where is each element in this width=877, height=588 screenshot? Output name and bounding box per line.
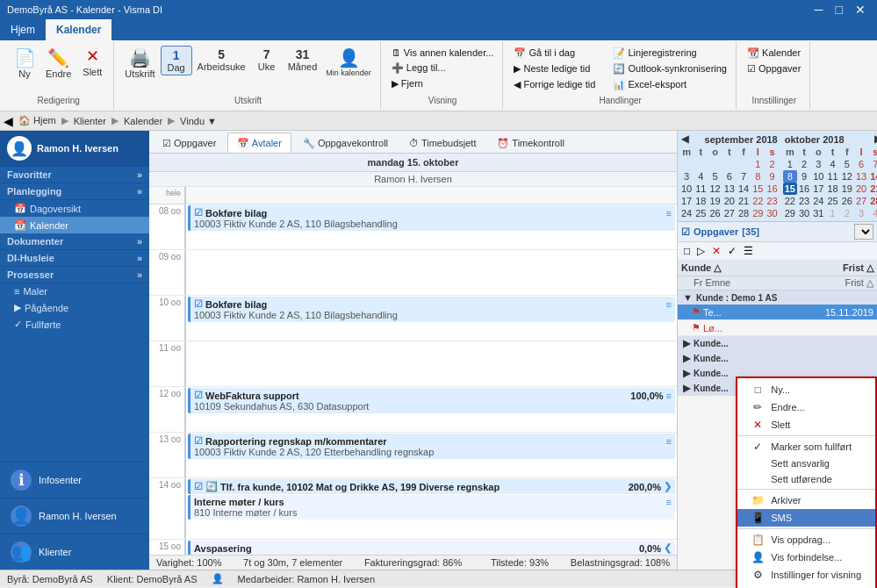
sep-td[interactable]: 2 <box>766 158 780 170</box>
tasks-dropdown[interactable] <box>854 224 873 240</box>
ctx-tilpasning[interactable]: Tilpasning ▶ <box>737 584 875 588</box>
tab-oppgaver[interactable]: ☑ Oppgaver <box>153 133 226 153</box>
okt-td[interactable]: 30 <box>797 207 811 219</box>
okt-td[interactable]: 24 <box>811 195 825 207</box>
okt-td[interactable]: 4 <box>826 158 840 170</box>
nav-kalender[interactable]: Kalender <box>120 115 166 127</box>
event-tlf-fra-kunde[interactable]: ☑ 🔄 Tlf. fra kunde, 10102 Mat og Drikke … <box>188 479 675 494</box>
sep-td[interactable]: 28 <box>737 207 751 219</box>
ctx-vis-oppdrag[interactable]: 📋 Vis oppdrag... <box>737 531 875 549</box>
neste-ledige-btn[interactable]: ▶ Neste ledige tid <box>510 61 599 76</box>
sep-td[interactable]: 10 <box>679 183 694 195</box>
ctx-innstillinger-visning[interactable]: ⚙ Instillinger for visning <box>737 566 875 584</box>
okt-td[interactable]: 25 <box>826 195 840 207</box>
forrige-ledige-btn[interactable]: ◀ Forrige ledige tid <box>510 77 599 92</box>
sidebar-section-prosesser[interactable]: Prosesser» <box>0 267 149 283</box>
sep-td[interactable]: 25 <box>694 207 708 219</box>
task-group-kunde2[interactable]: ▶ Kunde... <box>678 336 877 351</box>
okt-td[interactable]: 5 <box>840 158 854 170</box>
okt-td[interactable]: 27 <box>854 195 868 207</box>
okt-td[interactable]: 31 <box>811 207 825 219</box>
sep-td[interactable]: 9 <box>766 170 780 183</box>
sep-td[interactable]: 6 <box>722 170 737 183</box>
calendar-body[interactable]: 08 oo ☑ Bokføre bilag ≡ 10003 Fiktiv Kun… <box>149 204 677 555</box>
oppgaver-settings-btn[interactable]: ☑ Oppgaver <box>744 61 804 76</box>
event-bokfore-bilag-1[interactable]: ☑ Bokføre bilag ≡ 10003 Fiktiv Kunde 2 A… <box>188 205 675 231</box>
okt-td[interactable]: 22 <box>783 195 797 207</box>
ctx-ny[interactable]: □ Ny... <box>737 381 875 398</box>
ctx-endre[interactable]: ✏ Endre... <box>737 398 875 416</box>
sep-td[interactable]: 21 <box>737 195 751 207</box>
tasks-complete-btn[interactable]: ✓ <box>725 244 739 258</box>
sep-td[interactable]: 8 <box>751 170 765 183</box>
sep-td[interactable]: 26 <box>708 207 722 219</box>
okt-td[interactable]: 9 <box>797 170 811 183</box>
sep-td[interactable] <box>679 158 694 170</box>
sep-td[interactable] <box>708 158 722 170</box>
nav-hjem[interactable]: 🏠 Hjem <box>15 114 60 127</box>
sep-td[interactable]: 24 <box>679 207 694 219</box>
user-footer-item[interactable]: 👤 Ramon H. Iversen <box>0 498 149 534</box>
event-rapportering[interactable]: ☑ Rapportering regnskap m/kommentarer ≡ … <box>188 434 675 459</box>
uke-button[interactable]: 7 Uke <box>251 46 283 74</box>
okt-td[interactable]: 2 <box>840 207 854 219</box>
infosenter-footer-item[interactable]: ℹ Infosenter <box>0 462 149 498</box>
task-item-lo[interactable]: ⚑ Lø... <box>678 320 877 336</box>
sep-td[interactable]: 27 <box>722 207 737 219</box>
slett-button[interactable]: ✕ Slett <box>76 46 108 79</box>
sep-td[interactable] <box>694 158 708 170</box>
okt-td[interactable]: 17 <box>811 183 825 195</box>
okt-td[interactable]: 3 <box>811 158 825 170</box>
dag-button[interactable]: 1 Dag <box>161 46 192 75</box>
kalender-settings-btn[interactable]: 📆 Kalender <box>744 46 804 61</box>
okt-td[interactable]: 28 <box>868 195 877 207</box>
sidebar-section-dokumenter[interactable]: Dokumenter» <box>0 233 149 250</box>
event-bokfore-bilag-2[interactable]: ☑ Bokføre bilag ≡ 10003 Fiktiv Kunde 2 A… <box>188 297 675 322</box>
sep-td[interactable]: 15 <box>751 183 765 195</box>
okt-td-today[interactable]: 15 <box>783 183 797 195</box>
ctx-arkiver[interactable]: 📁 Arkiver <box>737 491 875 509</box>
okt-next-btn[interactable]: ▶ <box>874 133 878 145</box>
ga-til-idag-btn[interactable]: 📅 Gå til i dag <box>510 46 599 61</box>
sep-td[interactable]: 3 <box>679 170 694 183</box>
okt-td[interactable]: 14 <box>868 170 877 183</box>
event-avspasering[interactable]: Avspasering 0,0% ❮ <box>188 541 675 555</box>
sep-td[interactable]: 13 <box>722 183 737 195</box>
fjern-btn[interactable]: ▶ Fjern <box>388 76 498 91</box>
okt-td[interactable]: 26 <box>840 195 854 207</box>
legg-til-btn[interactable]: ➕ Legg til... <box>388 61 498 75</box>
utskrift-button[interactable]: 🖨️ Utskrift <box>121 46 158 81</box>
maned-button[interactable]: 31 Måned <box>284 46 321 74</box>
sep-prev-btn[interactable]: ◀ <box>681 133 688 145</box>
nav-back-icon[interactable]: ◀ <box>4 114 13 128</box>
sidebar-section-favoritter[interactable]: Favoritter» <box>0 167 149 183</box>
arbeidsuke-button[interactable]: 5 Arbeidsuke <box>194 46 249 74</box>
okt-td[interactable]: 13 <box>854 170 868 183</box>
outlook-sync-btn[interactable]: 🔄 Outlook-synkronisering <box>609 61 730 76</box>
okt-td[interactable]: 23 <box>797 195 811 207</box>
sep-td[interactable] <box>722 158 737 170</box>
close-btn[interactable]: ✕ <box>851 3 870 17</box>
okt-td[interactable]: 8 <box>783 170 797 183</box>
endre-button[interactable]: ✏️ Endre <box>42 46 75 81</box>
ctx-sett-utforende[interactable]: Sett utførende <box>737 471 875 487</box>
excel-eksport-btn[interactable]: 📊 Excel-eksport <box>609 77 730 92</box>
task-group-kunde3[interactable]: ▶ Kunde... <box>678 351 877 366</box>
sidebar-section-di-husleie[interactable]: DI-Husleie» <box>0 250 149 267</box>
sep-td[interactable]: 5 <box>708 170 722 183</box>
nav-klienter[interactable]: Klienter <box>70 115 110 127</box>
sep-td[interactable]: 16 <box>766 183 780 195</box>
okt-td[interactable]: 6 <box>854 158 868 170</box>
tab-timekontroll[interactable]: ⏰ Timekontroll <box>487 133 573 153</box>
sep-td[interactable]: 23 <box>766 195 780 207</box>
okt-td[interactable]: 18 <box>826 183 840 195</box>
okt-td[interactable]: 16 <box>797 183 811 195</box>
tasks-menu-btn[interactable]: ☰ <box>741 244 756 258</box>
sep-td[interactable]: 17 <box>679 195 694 207</box>
minimize-btn[interactable]: ─ <box>810 3 828 17</box>
ctx-vis-forbindelse[interactable]: 👤 Vis forbindelse... <box>737 549 875 566</box>
sep-td[interactable]: 18 <box>694 195 708 207</box>
nav-vindu[interactable]: Vindu ▼ <box>176 115 220 127</box>
tab-timebudsjett[interactable]: ⏱ Timebudsjett <box>399 133 485 153</box>
tab-oppgavekontroll[interactable]: 🔧 Oppgavekontroll <box>293 133 398 153</box>
